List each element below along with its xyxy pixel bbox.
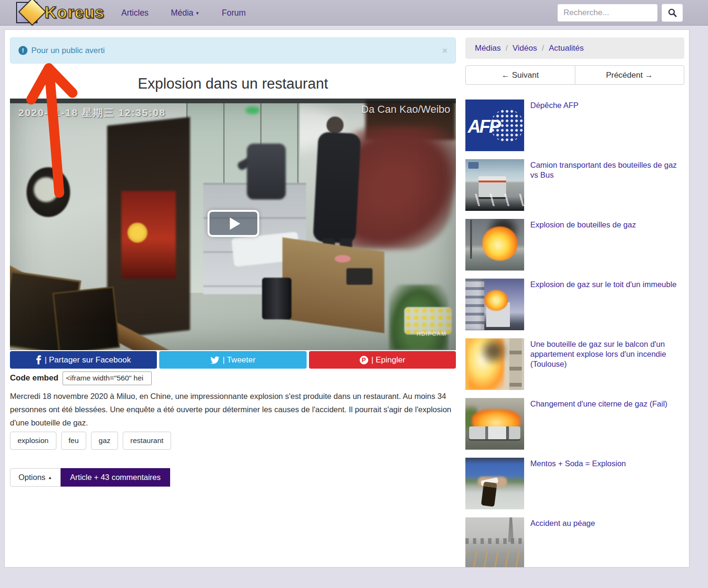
related-title[interactable]: Changement d'une citerne de gaz (Fail)	[530, 398, 667, 450]
brand-name: Koreus	[45, 3, 105, 22]
article-comments-button[interactable]: Article + 43 commentaires	[61, 468, 170, 487]
scene-shape	[481, 481, 497, 507]
nav-forum[interactable]: Forum	[222, 8, 246, 18]
pinterest-icon: P	[360, 356, 368, 364]
breadcrumb-medias[interactable]: Médias	[475, 44, 501, 53]
twitter-icon	[210, 356, 219, 364]
breadcrumb-actualites[interactable]: Actualités	[549, 44, 584, 53]
breadcrumb-videos[interactable]: Vidéos	[513, 44, 537, 53]
search-button[interactable]	[662, 4, 683, 22]
action-row: Options▲ Article + 43 commentaires	[10, 468, 170, 487]
scene-shape	[509, 338, 522, 390]
list-item[interactable]: Camion transportant des bouteilles de ga…	[465, 159, 684, 211]
tag-restaurant[interactable]: restaurant	[123, 432, 171, 450]
share-row: | Partager sur Facebook | Tweeter P | Ep…	[10, 351, 456, 369]
list-item[interactable]: Explosion de gaz sur le toit d'un immeub…	[465, 279, 684, 330]
play-button[interactable]	[208, 210, 259, 237]
chevron-up-icon: ▲	[48, 475, 52, 480]
facebook-icon	[36, 355, 41, 364]
scene-shape	[468, 162, 479, 169]
related-title[interactable]: Une bouteille de gaz sur le balcon d'un …	[530, 338, 684, 390]
twitter-share-button[interactable]: | Tweeter	[159, 351, 306, 369]
article-description: Mercredi 18 novembre 2020 à Miluo, en Ch…	[10, 389, 456, 429]
pinterest-share-button[interactable]: P | Epingler	[309, 351, 456, 369]
close-icon[interactable]: ×	[442, 45, 447, 56]
options-button[interactable]: Options▲	[10, 468, 61, 487]
tag-gaz[interactable]: gaz	[91, 432, 118, 450]
next-button[interactable]: ← Suivant	[465, 65, 575, 85]
main-column: ! Pour un public averti × Explosion dans…	[10, 37, 456, 561]
scene-shape	[465, 538, 524, 544]
video-player[interactable]: 2020-11-18 星期三 12:35:08 Da Can Kao/Weibo…	[10, 99, 456, 350]
nav-media-label: Média	[171, 8, 193, 18]
previous-button[interactable]: Précédent →	[575, 65, 685, 85]
tag-explosion[interactable]: explosion	[10, 432, 56, 450]
related-title[interactable]: Dépêche AFP	[530, 100, 579, 151]
related-thumbnail-balcony-fire[interactable]	[465, 338, 524, 390]
content-card: ! Pour un public averti × Explosion dans…	[4, 29, 690, 568]
video-watermark: Da Can Kao/Weibo	[361, 103, 450, 116]
info-circle-icon: !	[18, 46, 27, 55]
chevron-down-icon: ▼	[195, 11, 200, 16]
scene-shape	[482, 226, 517, 261]
related-title[interactable]: Explosion de gaz sur le toit d'un immeub…	[530, 279, 677, 330]
sidebar: Médias / Vidéos / Actualités ← Suivant P…	[465, 37, 684, 561]
list-item[interactable]: Mentos + Soda = Explosion	[465, 458, 684, 509]
related-videos-list: AFP Dépêche AFP Camion transportant des …	[465, 100, 684, 568]
scene-shape	[479, 338, 509, 366]
related-thumbnail-mentos-soda[interactable]	[465, 458, 524, 509]
tag-feu[interactable]: feu	[61, 432, 87, 450]
koreus-logo[interactable]: Koreus	[14, 0, 104, 26]
scene-shape	[470, 220, 472, 259]
related-thumbnail-afp[interactable]: AFP	[465, 100, 524, 151]
embed-label: Code embed	[10, 373, 58, 383]
scene-shape	[465, 279, 484, 330]
related-title[interactable]: Accident au péage	[530, 517, 595, 568]
related-thumbnail-truck[interactable]	[465, 159, 524, 211]
list-item[interactable]: AFP Dépêche AFP	[465, 100, 684, 151]
search-input[interactable]	[557, 4, 658, 22]
twitter-share-label: | Tweeter	[223, 355, 255, 365]
tag-list: explosion feu gaz restaurant	[10, 432, 171, 450]
warning-alert: ! Pour un public averti ×	[10, 37, 456, 63]
breadcrumb-separator: /	[542, 44, 544, 53]
nav-media[interactable]: Média▼	[171, 8, 200, 18]
scene-shape	[465, 194, 524, 206]
related-thumbnail-toll[interactable]	[465, 517, 524, 568]
related-thumbnail-fireball[interactable]	[465, 219, 524, 271]
afp-globe-icon	[490, 109, 524, 142]
related-thumbnail-burning-cars[interactable]	[465, 398, 524, 450]
list-item[interactable]: Accident au péage	[465, 517, 684, 568]
alert-message: Pour un public averti	[31, 46, 105, 55]
cctv-timestamp: 2020-11-18 星期三 12:35:08	[18, 106, 166, 119]
search-icon	[668, 8, 677, 18]
nav-articles[interactable]: Articles	[121, 8, 148, 18]
play-icon	[230, 217, 240, 230]
cctv-cam-label: HDIPCAM	[417, 331, 446, 337]
scene-shape	[465, 551, 524, 568]
page-title: Explosion dans un restaurant	[10, 75, 456, 92]
related-title[interactable]: Explosion de bouteilles de gaz	[530, 219, 636, 271]
breadcrumb-separator: /	[506, 44, 508, 53]
top-nav: Articles Média▼ Forum	[121, 0, 246, 26]
embed-row: Code embed	[10, 371, 152, 385]
pinterest-share-label: | Epingler	[372, 355, 406, 365]
facebook-share-button[interactable]: | Partager sur Facebook	[10, 351, 157, 369]
site-header: Koreus Articles Média▼ Forum	[0, 0, 708, 26]
breadcrumb: Médias / Vidéos / Actualités	[465, 37, 684, 59]
embed-code-input[interactable]	[63, 371, 152, 385]
facebook-share-label: | Partager sur Facebook	[45, 355, 131, 365]
related-thumbnail-building[interactable]	[465, 279, 524, 330]
scene-shape	[469, 426, 520, 439]
options-label: Options	[18, 473, 45, 481]
related-title[interactable]: Mentos + Soda = Explosion	[530, 458, 626, 509]
pager: ← Suivant Précédent →	[465, 65, 684, 85]
list-item[interactable]: Explosion de bouteilles de gaz	[465, 219, 684, 271]
list-item[interactable]: Changement d'une citerne de gaz (Fail)	[465, 398, 684, 450]
list-item[interactable]: Une bouteille de gaz sur le balcon d'un …	[465, 338, 684, 390]
scene-shape	[484, 290, 508, 311]
related-title[interactable]: Camion transportant des bouteilles de ga…	[530, 159, 684, 211]
